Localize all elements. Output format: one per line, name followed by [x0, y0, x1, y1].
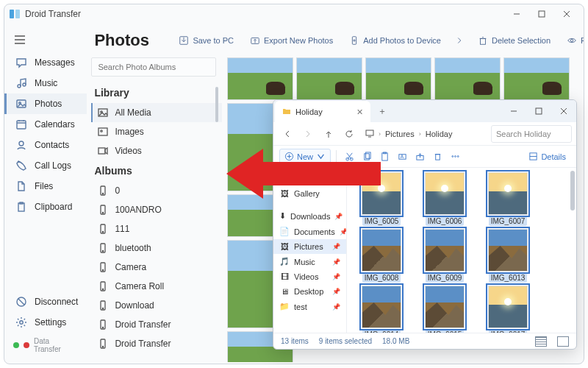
file-item[interactable]: IMG_6008: [353, 229, 410, 283]
file-item[interactable]: IMG_6017: [479, 286, 537, 333]
quick-documents[interactable]: 📄Documents📌: [273, 224, 346, 239]
details-button[interactable]: Details: [524, 149, 570, 163]
up-button[interactable]: [319, 124, 338, 144]
file-item[interactable]: IMG_6007: [479, 172, 537, 226]
more-button[interactable]: [448, 149, 463, 163]
nav-settings[interactable]: Settings: [4, 312, 87, 333]
add-to-device-button[interactable]: Add Photos to Device: [343, 32, 447, 49]
nav-item-music[interactable]: Music: [4, 73, 87, 93]
album-item[interactable]: Droid Transfer: [91, 315, 222, 334]
explorer-window: Holiday ✕ ＋ › Pictures › Holiday Search …: [273, 99, 577, 350]
explorer-scrollbar-thumb[interactable]: [570, 171, 575, 210]
file-thumbnail: [362, 286, 401, 328]
library-item-images[interactable]: Images: [91, 122, 222, 141]
side-home[interactable]: 🏠Home: [273, 171, 346, 186]
crumb-pictures[interactable]: Pictures: [385, 130, 415, 138]
nav-item-messages[interactable]: Messages: [4, 52, 87, 73]
explorer-tab-title: Holiday: [295, 107, 323, 116]
explorer-close-button[interactable]: [551, 100, 576, 122]
album-item[interactable]: bluetooth: [91, 238, 222, 258]
maximize-button[interactable]: [529, 5, 554, 23]
library-scrollbar-thumb[interactable]: [215, 87, 218, 122]
share-button[interactable]: [412, 149, 428, 163]
nav-item-calendars[interactable]: Calendars: [4, 114, 87, 135]
album-item[interactable]: Droid Transfer: [91, 334, 222, 353]
app-logo-icon: [9, 8, 21, 20]
file-item[interactable]: IMG_6005: [353, 172, 410, 226]
quick-videos[interactable]: 🎞Videos📌: [273, 269, 346, 284]
nav-item-label: Photos: [35, 99, 62, 109]
explorer-navbar: › Pictures › Holiday Search Holiday: [273, 122, 576, 146]
library-item-all-media[interactable]: All Media: [91, 103, 222, 122]
explorer-minimize-button[interactable]: [501, 100, 526, 122]
refresh-button[interactable]: [340, 124, 359, 144]
export-new-button[interactable]: Export New Photos: [244, 32, 339, 49]
cut-button[interactable]: [342, 149, 357, 163]
delete-selection-button[interactable]: Delete Selection: [472, 32, 556, 49]
quick-test[interactable]: 📁test📌: [273, 299, 346, 314]
status-text: Data Transfer: [34, 337, 78, 353]
file-item[interactable]: IMG_6014: [353, 286, 410, 333]
photo-thumb[interactable]: [227, 57, 293, 100]
quick-music[interactable]: 🎵Music📌: [273, 254, 346, 269]
crumb-holiday[interactable]: Holiday: [426, 130, 453, 138]
pin-icon: 📌: [332, 258, 340, 266]
svg-point-83: [455, 156, 456, 158]
nav-item-call-logs[interactable]: Call Logs: [4, 155, 87, 176]
breadcrumb-bar[interactable]: › Pictures › Holiday: [360, 125, 490, 143]
album-item[interactable]: Camera: [91, 258, 222, 277]
album-item[interactable]: 111: [91, 219, 222, 238]
explorer-titlebar[interactable]: Holiday ✕ ＋: [273, 100, 576, 122]
new-button[interactable]: New: [279, 149, 331, 164]
delete-button[interactable]: [430, 149, 445, 163]
quick-pictures[interactable]: 🖼Pictures📌: [273, 239, 346, 254]
paste-button[interactable]: [377, 149, 392, 163]
album-item[interactable]: 100ANDRO: [91, 200, 222, 219]
photo-thumb[interactable]: [296, 57, 362, 100]
view-list-icon[interactable]: [535, 336, 547, 347]
svg-line-21: [18, 299, 24, 305]
tab-close-icon[interactable]: ✕: [356, 107, 363, 117]
pin-icon: 📌: [332, 243, 340, 250]
back-button[interactable]: [278, 124, 297, 144]
preview-button[interactable]: Preview: [561, 32, 584, 49]
desktop-icon: 🖥: [279, 287, 290, 296]
nav-item-label: Call Logs: [35, 160, 71, 171]
photo-thumb[interactable]: [503, 57, 570, 100]
nav-item-photos[interactable]: Photos: [4, 93, 87, 114]
search-albums-input[interactable]: [91, 57, 216, 77]
forward-button[interactable]: [298, 124, 318, 144]
toolbar-overflow-chevron[interactable]: [451, 32, 467, 49]
library-item-videos[interactable]: Videos: [91, 141, 222, 160]
videos-icon: [97, 145, 109, 157]
new-tab-button[interactable]: ＋: [370, 105, 394, 118]
minimize-button[interactable]: [504, 5, 529, 23]
file-item[interactable]: IMG_6009: [416, 229, 473, 283]
rename-button[interactable]: A: [395, 149, 410, 163]
quick-downloads[interactable]: ⬇Downloads📌: [273, 208, 346, 224]
nav-item-clipboard[interactable]: Clipboard: [4, 197, 87, 217]
explorer-maximize-button[interactable]: [526, 100, 551, 122]
save-to-pc-button[interactable]: Save to PC: [173, 32, 240, 49]
explorer-tab[interactable]: Holiday ✕: [275, 101, 370, 123]
view-grid-icon[interactable]: [557, 336, 569, 347]
side-gallery[interactable]: 🖼Gallery: [273, 186, 346, 201]
close-button[interactable]: [554, 5, 579, 23]
explorer-file-pane[interactable]: IMG_6005IMG_6006IMG_6007IMG_6008IMG_6009…: [347, 168, 576, 333]
album-item[interactable]: Camera Roll: [91, 277, 222, 296]
file-item[interactable]: IMG_6013: [479, 229, 537, 283]
copy-button[interactable]: [359, 149, 375, 163]
photo-thumb[interactable]: [365, 57, 431, 100]
explorer-search-input[interactable]: Search Holiday: [491, 125, 572, 143]
hamburger-icon[interactable]: [4, 29, 35, 52]
quick-desktop[interactable]: 🖥Desktop📌: [273, 284, 346, 299]
file-item[interactable]: IMG_6006: [416, 172, 473, 226]
file-item[interactable]: IMG_6015: [416, 286, 473, 333]
nav-item-contacts[interactable]: Contacts: [4, 135, 87, 155]
album-item[interactable]: Download: [91, 296, 222, 315]
photo-thumb[interactable]: [434, 57, 501, 100]
details-button-label: Details: [541, 152, 566, 161]
nav-item-files[interactable]: Files: [4, 176, 87, 197]
album-item[interactable]: 0: [91, 181, 222, 200]
nav-disconnect[interactable]: Disconnect: [4, 291, 87, 312]
